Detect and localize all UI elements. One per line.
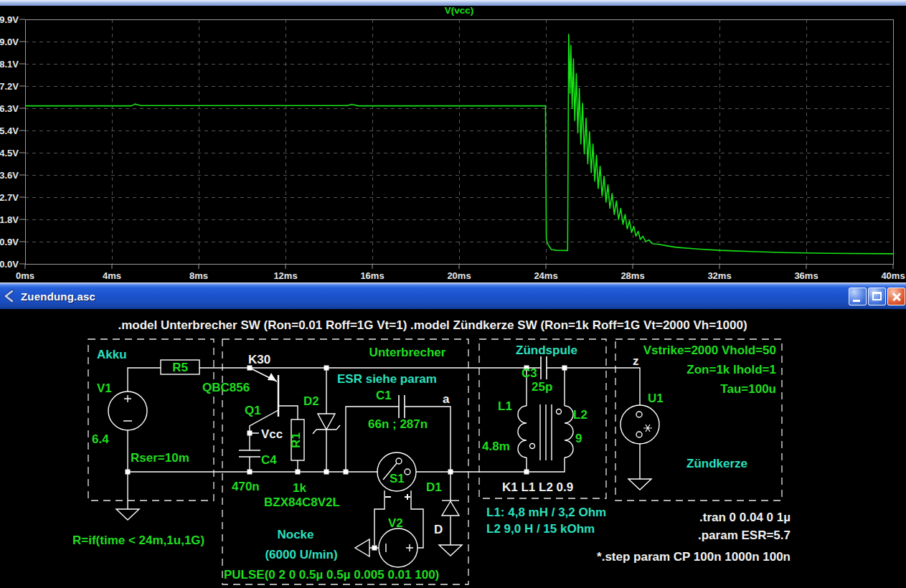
directive-k1[interactable]: K1 L1 L2 0.9 — [502, 480, 573, 494]
directive-model[interactable]: .model Unterbrecher SW (Ron=0.01 Roff=1G… — [118, 318, 747, 332]
label-v2[interactable]: V2 — [388, 516, 403, 530]
x-tick-label: 20ms — [447, 270, 471, 281]
x-tick-label: 24ms — [534, 270, 557, 281]
comment-akku[interactable]: Akku — [97, 348, 127, 361]
y-tick-label: 6.3V — [0, 103, 19, 114]
minimize-icon — [853, 300, 860, 302]
directive-tran[interactable]: .tran 0 0.04 0 1µ — [699, 511, 791, 524]
x-tick-label: 32ms — [707, 270, 731, 281]
value-c4[interactable]: 470n — [232, 480, 260, 493]
app-icon — [2, 288, 16, 304]
comment-zuendkerze[interactable]: Zündkerze — [686, 457, 747, 470]
net-label-k30[interactable]: K30 — [248, 353, 270, 366]
ground-u1 — [628, 479, 651, 490]
diode-d1[interactable] — [442, 501, 459, 516]
ltspice-window: 9.9V9.0V8.1V7.2V6.3V5.4V4.5V3.6V2.7V1.8V… — [0, 0, 906, 588]
inductor-l2[interactable] — [565, 406, 573, 457]
label-s1[interactable]: S1 — [390, 472, 405, 485]
box-akku — [88, 339, 214, 501]
net-label-z[interactable]: z — [633, 354, 639, 368]
label-u1[interactable]: U1 — [648, 392, 664, 405]
plot-background — [0, 0, 906, 283]
sparkgap-u1[interactable] — [620, 405, 659, 444]
value-l1[interactable]: 4.8m — [482, 440, 510, 453]
close-icon — [888, 288, 905, 305]
x-tick-label: 40ms — [881, 270, 905, 281]
x-tick-label: 0ms — [16, 270, 34, 281]
schematic-window-titlebar[interactable]: Zuendung.asc — [0, 283, 906, 309]
value-r-if[interactable]: R=if(time < 24m,1u,1G) — [72, 534, 204, 547]
label-c4[interactable]: C4 — [261, 453, 277, 467]
x-tick-label: 8ms — [189, 270, 208, 281]
ground-arrow-v2 — [355, 539, 369, 556]
value-r1[interactable]: 1k — [293, 481, 306, 495]
label-q1[interactable]: Q1 — [245, 404, 261, 417]
net-label-vcc[interactable]: Vcc — [261, 427, 283, 441]
directive-param-esr[interactable]: .param ESR=5.7 — [698, 528, 791, 542]
value-rser[interactable]: Rser=10m — [131, 451, 189, 465]
transformer-core — [540, 404, 552, 460]
value-pulse[interactable]: PULSE(0 2 0 0.5µ 0.5µ 0.005 0.01 100) — [224, 568, 439, 582]
y-tick-label: 9.9V — [0, 14, 19, 25]
label-d1[interactable]: D1 — [426, 480, 442, 494]
value-c1[interactable]: 66n ; 287n — [368, 417, 428, 431]
value-l2[interactable]: 9 — [575, 432, 582, 445]
voltage-source-v1[interactable] — [108, 392, 147, 430]
capacitor-c1[interactable] — [399, 395, 405, 418]
window-controls — [849, 288, 905, 305]
trace-label[interactable]: V(vcc) — [445, 5, 474, 16]
comment-nocke[interactable]: Nocke — [277, 528, 313, 541]
label-v1[interactable]: V1 — [97, 381, 112, 395]
value-c3[interactable]: 25p — [532, 380, 552, 394]
ground-d1 — [439, 545, 462, 556]
waveform-pane[interactable]: 9.9V9.0V8.1V7.2V6.3V5.4V4.5V3.6V2.7V1.8V… — [0, 0, 906, 283]
transformer-l1-l2[interactable] — [518, 404, 573, 460]
label-d2[interactable]: D2 — [303, 394, 319, 408]
value-tau[interactable]: Tau=100u — [720, 382, 776, 396]
x-tick-label: 36ms — [794, 270, 818, 281]
transistor-q1[interactable] — [268, 373, 278, 417]
comment-esr[interactable]: ESR siehe param — [337, 372, 437, 386]
label-l1[interactable]: L1 — [498, 399, 512, 413]
capacitor-c4[interactable] — [239, 450, 260, 457]
net-label-d[interactable]: D — [434, 523, 443, 536]
value-d2[interactable]: BZX84C8V2L — [264, 495, 340, 509]
y-tick-label: 5.4V — [0, 125, 19, 136]
label-l2[interactable]: L2 — [573, 408, 588, 422]
label-c3[interactable]: C3 — [522, 366, 537, 380]
maximize-icon — [872, 292, 882, 300]
value-qbc856[interactable]: QBC856 — [202, 381, 250, 394]
x-tick-label: 12ms — [273, 270, 297, 281]
value-vstrike[interactable]: Vstrike=2000 Vhold=50 — [643, 343, 776, 357]
label-c1[interactable]: C1 — [376, 389, 392, 402]
y-tick-label: 0.9V — [0, 237, 19, 247]
close-button[interactable] — [887, 288, 905, 305]
y-tick-label: 9.0V — [0, 37, 19, 47]
label-r1[interactable]: R1 — [289, 432, 303, 448]
voltage-source-v2[interactable] — [379, 528, 417, 567]
label-r5[interactable]: R5 — [172, 361, 188, 374]
comment-nocke-rpm[interactable]: (6000 U/min) — [265, 548, 337, 561]
maximize-button[interactable] — [868, 288, 886, 305]
minimize-button[interactable] — [849, 288, 867, 305]
schematic-canvas[interactable]: .model Unterbrecher SW (Ron=0.01 Roff=1G… — [0, 309, 906, 588]
y-tick-label: 2.7V — [0, 192, 19, 203]
phase-dot-l2 — [557, 409, 562, 414]
directive-step[interactable]: *.step param CP 100n 1000n 100n — [597, 550, 791, 564]
capacitor-c3[interactable] — [541, 356, 547, 379]
ground-akku — [116, 509, 139, 520]
y-tick-label: 3.6V — [0, 170, 19, 181]
comment-unterbrecher[interactable]: Unterbrecher — [369, 346, 446, 359]
value-v1[interactable]: 6.4 — [92, 432, 109, 446]
x-tick-label: 16ms — [360, 270, 384, 281]
window-title: Zuendung.asc — [21, 290, 95, 303]
y-tick-label: 7.2V — [0, 81, 19, 92]
inductor-l1[interactable] — [518, 406, 527, 457]
net-label-a[interactable]: a — [443, 392, 450, 406]
comment-zuendspule[interactable]: Zündspule — [516, 343, 577, 357]
comment-l2-note[interactable]: L2 9,0 H / 15 kOhm — [486, 522, 595, 536]
x-tick-label: 28ms — [620, 270, 644, 281]
value-zon[interactable]: Zon=1k Ihold=1 — [686, 363, 776, 376]
comment-l1-note[interactable]: L1: 4,8 mH / 3,2 Ohm — [486, 506, 606, 519]
y-tick-label: 4.5V — [0, 148, 19, 158]
